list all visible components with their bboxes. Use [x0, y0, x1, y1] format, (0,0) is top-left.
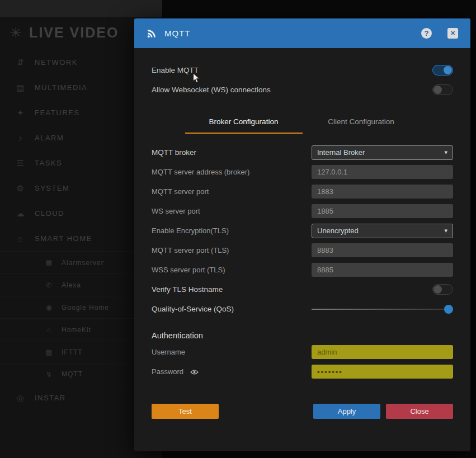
- field-row: MQTT server address (broker): [134, 162, 470, 182]
- enable-mqtt-row: Enable MQTT: [134, 60, 470, 80]
- field-row: MQTT server port (TLS): [134, 240, 470, 260]
- broker-config-form: MQTT broker Internal Broker ▾ MQTT serve…: [134, 143, 470, 319]
- tab-client-configuration[interactable]: Client Configuration: [303, 111, 420, 134]
- modal-header: MQTT ? ✕: [134, 18, 470, 48]
- password-row: Password: [134, 362, 470, 381]
- toggle-knob: [433, 86, 442, 94]
- verify-tls-label: Verify TLS Hostname: [152, 285, 432, 294]
- tls-encryption-select[interactable]: Unencrypted ▾: [312, 224, 453, 238]
- wss-tls-port-input[interactable]: [312, 263, 453, 277]
- field-row: WS server port: [134, 201, 470, 221]
- field-row: Enable Encryption(TLS) Unencrypted ▾: [134, 221, 470, 240]
- close-button[interactable]: Close: [386, 404, 453, 419]
- password-label: Password: [152, 367, 312, 376]
- app-root: ✳ LIVE VIDEO ⇵ NETWORK ▤ MULTIMEDIA ✦ FE…: [0, 0, 476, 458]
- tab-broker-configuration[interactable]: Broker Configuration: [185, 111, 303, 134]
- username-row: Username: [134, 342, 470, 362]
- rss-icon: [147, 29, 157, 39]
- close-icon[interactable]: ✕: [447, 28, 458, 39]
- tls-encryption-label: Enable Encryption(TLS): [152, 226, 312, 235]
- mqtt-modal: MQTT ? ✕ Enable MQTT Allow Websocket (WS…: [134, 18, 470, 451]
- field-row: Verify TLS Hostname: [134, 280, 470, 299]
- enable-mqtt-label: Enable MQTT: [152, 66, 432, 74]
- modal-title: MQTT: [164, 29, 191, 38]
- mqtt-broker-label: MQTT broker: [152, 148, 312, 157]
- password-visibility-icon[interactable]: [190, 369, 199, 375]
- toggle-knob: [444, 66, 452, 74]
- toggle-knob: [433, 285, 442, 294]
- mqtt-tls-port-label: MQTT server port (TLS): [152, 246, 312, 254]
- password-input[interactable]: [312, 365, 453, 379]
- field-row: WSS server port (TLS): [134, 260, 470, 280]
- test-button[interactable]: Test: [152, 404, 219, 419]
- verify-tls-toggle[interactable]: [432, 284, 453, 295]
- modal-actions: Test Apply Close: [134, 404, 470, 419]
- websocket-row: Allow Websocket (WS) connections: [134, 80, 470, 100]
- mqtt-tls-port-input[interactable]: [312, 243, 453, 257]
- modal-body: Enable MQTT Allow Websocket (WS) connect…: [134, 48, 470, 451]
- mqtt-server-address-input[interactable]: [312, 165, 453, 179]
- tls-encryption-value: Unencrypted: [317, 226, 359, 235]
- field-row: MQTT broker Internal Broker ▾: [134, 143, 470, 162]
- websocket-toggle[interactable]: [432, 84, 453, 95]
- slider-thumb[interactable]: [444, 305, 453, 314]
- field-row: MQTT server port: [134, 182, 470, 201]
- chevron-down-icon: ▾: [444, 149, 447, 156]
- qos-label: Quality-of-Service (QoS): [152, 305, 312, 313]
- wss-tls-port-label: WSS server port (TLS): [152, 266, 312, 274]
- help-icon[interactable]: ?: [421, 28, 432, 39]
- password-label-text: Password: [152, 367, 183, 376]
- field-row: Quality-of-Service (QoS): [134, 299, 470, 319]
- slider-track: [312, 309, 453, 310]
- authentication-heading: Authentication: [152, 331, 453, 340]
- websocket-label: Allow Websocket (WS) connections: [152, 86, 432, 94]
- mqtt-broker-value: Internal Broker: [317, 148, 365, 157]
- apply-button[interactable]: Apply: [313, 404, 380, 419]
- mqtt-server-address-label: MQTT server address (broker): [152, 168, 312, 176]
- chevron-down-icon: ▾: [444, 227, 447, 234]
- mqtt-server-port-label: MQTT server port: [152, 187, 312, 196]
- ws-server-port-input[interactable]: [312, 204, 453, 218]
- mqtt-broker-select[interactable]: Internal Broker ▾: [312, 145, 453, 160]
- qos-slider[interactable]: [312, 304, 453, 314]
- username-label: Username: [152, 348, 312, 356]
- mqtt-server-port-input[interactable]: [312, 185, 453, 199]
- username-input[interactable]: [312, 345, 453, 359]
- config-tabs: Broker Configuration Client Configuratio…: [134, 111, 470, 134]
- enable-mqtt-toggle[interactable]: [432, 65, 453, 75]
- ws-server-port-label: WS server port: [152, 207, 312, 215]
